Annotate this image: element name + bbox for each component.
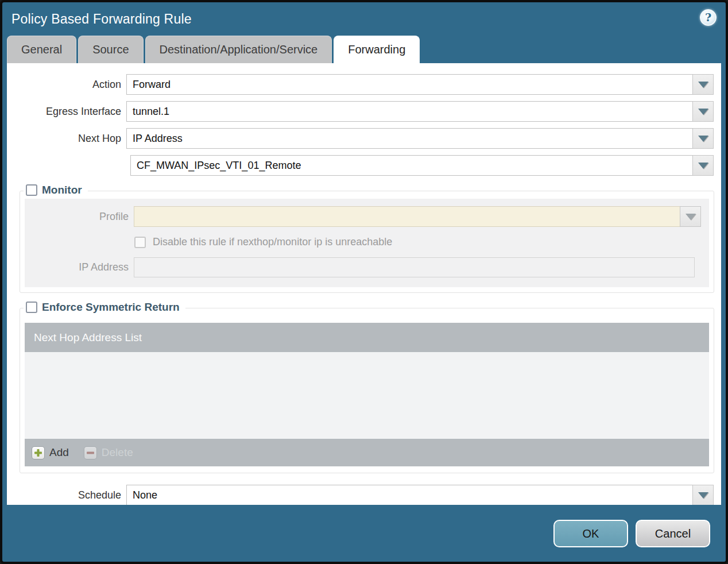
- symmetric-return-legend-label: Enforce Symmetric Return: [42, 301, 180, 314]
- action-combo: [126, 74, 714, 95]
- disable-rule-label: Disable this rule if nexthop/monitor ip …: [153, 236, 392, 248]
- dropdown-arrow-icon: [698, 163, 708, 169]
- schedule-label: Schedule: [7, 489, 121, 501]
- dropdown-arrow-icon: [698, 492, 708, 499]
- action-label: Action: [7, 79, 121, 91]
- profile-input: [134, 206, 680, 227]
- monitor-legend: Monitor: [24, 183, 88, 198]
- next-hop-type-input[interactable]: [126, 128, 692, 149]
- dialog-title: Policy Based Forwarding Rule: [11, 11, 192, 27]
- monitor-ip-address-input: [134, 257, 695, 277]
- next-hop-dropdown-trigger[interactable]: [692, 128, 714, 149]
- help-button[interactable]: ?: [700, 9, 717, 26]
- symmetric-return-legend: Enforce Symmetric Return: [24, 300, 185, 315]
- profile-label: Profile: [25, 211, 129, 223]
- policy-based-forwarding-dialog: Policy Based Forwarding Rule ? General S…: [0, 0, 728, 564]
- tab-forwarding-label: Forwarding: [348, 43, 405, 56]
- tab-source-label: Source: [92, 43, 129, 56]
- monitor-legend-label: Monitor: [42, 184, 82, 196]
- next-hop-combo: [126, 128, 714, 149]
- action-row: Action: [7, 74, 714, 95]
- disable-rule-row: Disable this rule if nexthop/monitor ip …: [134, 236, 709, 248]
- egress-interface-input[interactable]: [126, 101, 692, 122]
- monitor-fieldset: Monitor Profile Disable this rule if nex…: [20, 191, 714, 293]
- egress-interface-row: Egress Interface: [7, 101, 714, 122]
- add-plus-icon: [32, 446, 45, 459]
- profile-dropdown-trigger: [680, 206, 701, 227]
- next-hop-address-row: [7, 155, 714, 176]
- disable-rule-checkbox: [134, 237, 146, 248]
- profile-row: Profile: [25, 206, 701, 227]
- ok-button[interactable]: OK: [553, 520, 628, 547]
- action-dropdown-trigger[interactable]: [692, 74, 714, 95]
- delete-button: Delete: [84, 446, 133, 459]
- next-hop-row: Next Hop: [7, 128, 714, 149]
- tab-destination-label: Destination/Application/Service: [160, 43, 318, 56]
- next-hop-address-list-body[interactable]: [25, 352, 709, 439]
- tab-general-label: General: [21, 43, 62, 56]
- tab-forwarding[interactable]: Forwarding: [334, 36, 420, 63]
- dialog-titlebar: Policy Based Forwarding Rule ?: [2, 2, 726, 36]
- schedule-row: Schedule: [7, 485, 714, 505]
- monitor-panel: Profile Disable this rule if nexthop/mon…: [25, 199, 709, 287]
- monitor-ip-address-row: IP Address: [25, 257, 701, 277]
- next-hop-address-dropdown-trigger[interactable]: [692, 155, 714, 176]
- next-hop-address-list-header: Next Hop Address List: [25, 323, 709, 352]
- next-hop-address-list-toolbar: Add Delete: [25, 439, 709, 466]
- symmetric-return-fieldset: Enforce Symmetric Return Next Hop Addres…: [20, 308, 714, 473]
- egress-interface-dropdown-trigger[interactable]: [692, 101, 714, 122]
- dropdown-arrow-icon: [698, 136, 708, 142]
- dropdown-arrow-icon: [698, 82, 708, 88]
- schedule-input[interactable]: [126, 485, 692, 505]
- schedule-dropdown-trigger[interactable]: [692, 485, 714, 505]
- action-input[interactable]: [126, 74, 692, 95]
- cancel-button[interactable]: Cancel: [636, 520, 710, 547]
- schedule-combo: [126, 485, 714, 505]
- tab-general[interactable]: General: [7, 36, 76, 63]
- next-hop-address-combo: [130, 155, 714, 176]
- dialog-footer: OK Cancel: [5, 508, 723, 559]
- egress-interface-combo: [126, 101, 714, 122]
- delete-button-label: Delete: [102, 446, 133, 459]
- next-hop-address-input[interactable]: [130, 155, 692, 176]
- delete-minus-icon: [84, 446, 97, 459]
- forwarding-tab-panel: Action Egress Interface Next Hop: [7, 63, 721, 505]
- symmetric-return-checkbox[interactable]: [26, 302, 37, 313]
- profile-combo: [134, 206, 701, 227]
- add-button[interactable]: Add: [32, 446, 69, 459]
- help-icon: ?: [705, 12, 711, 23]
- next-hop-address-list-table: Next Hop Address List Add: [25, 323, 709, 466]
- tab-destination-application-service[interactable]: Destination/Application/Service: [145, 36, 332, 63]
- add-button-label: Add: [49, 446, 69, 459]
- next-hop-address-list-header-label: Next Hop Address List: [34, 331, 142, 344]
- next-hop-label: Next Hop: [7, 133, 121, 145]
- tab-bar: General Source Destination/Application/S…: [2, 36, 726, 63]
- egress-interface-label: Egress Interface: [7, 106, 121, 118]
- monitor-checkbox[interactable]: [26, 184, 37, 196]
- dropdown-arrow-icon: [698, 109, 708, 115]
- tab-source[interactable]: Source: [78, 36, 143, 63]
- monitor-ip-address-label: IP Address: [25, 261, 129, 273]
- dropdown-arrow-icon: [686, 214, 696, 220]
